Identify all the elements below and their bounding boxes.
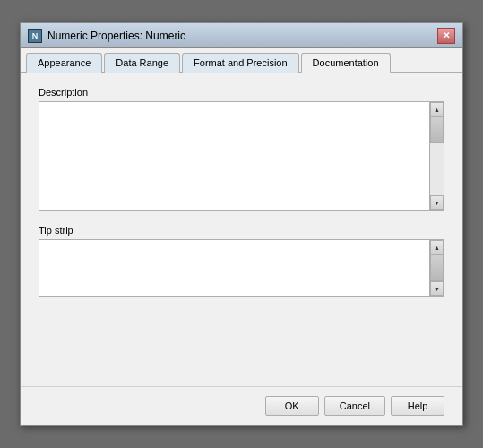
description-label: Description [39,87,444,98]
window-title: Numeric Properties: Numeric [47,30,185,42]
tipstrip-scroll-track [430,254,444,281]
tipstrip-scroll-down-btn[interactable]: ▼ [430,281,444,296]
help-button[interactable]: Help [391,396,444,416]
tipstrip-scroll-up-btn[interactable]: ▲ [430,240,444,254]
main-window: N Numeric Properties: Numeric ✕ Appearan… [20,22,463,426]
tab-data-range[interactable]: Data Range [104,53,180,73]
scroll-up-btn[interactable]: ▲ [430,102,444,116]
ok-button[interactable]: OK [265,396,319,416]
scroll-track [430,116,444,195]
tipstrip-scroll-thumb[interactable] [430,254,444,281]
scroll-thumb[interactable] [430,116,444,143]
tipstrip-label: Tip strip [39,225,444,236]
description-group: Description ▲ ▼ [39,87,444,211]
content-area: Description ▲ ▼ Tip strip ▲ [21,73,462,386]
description-scrollbar[interactable]: ▲ ▼ [429,102,444,210]
tab-bar: Appearance Data Range Format and Precisi… [21,48,462,73]
tipstrip-group: Tip strip ▲ ▼ [39,225,444,297]
description-input[interactable] [39,102,429,210]
close-button[interactable]: ✕ [437,28,455,44]
description-container: ▲ ▼ [39,101,444,211]
tipstrip-input[interactable] [39,240,429,289]
cancel-button[interactable]: Cancel [324,396,385,416]
app-icon: N [28,29,42,43]
scroll-down-btn[interactable]: ▼ [430,195,444,210]
tab-format-precision[interactable]: Format and Precision [182,53,299,73]
tab-documentation[interactable]: Documentation [301,53,391,73]
title-bar-left: N Numeric Properties: Numeric [28,29,185,43]
footer: OK Cancel Help [21,386,462,425]
tipstrip-scrollbar[interactable]: ▲ ▼ [429,240,444,296]
tipstrip-container: ▲ ▼ [39,239,444,297]
tab-appearance[interactable]: Appearance [26,53,102,73]
title-bar: N Numeric Properties: Numeric ✕ [21,23,462,48]
